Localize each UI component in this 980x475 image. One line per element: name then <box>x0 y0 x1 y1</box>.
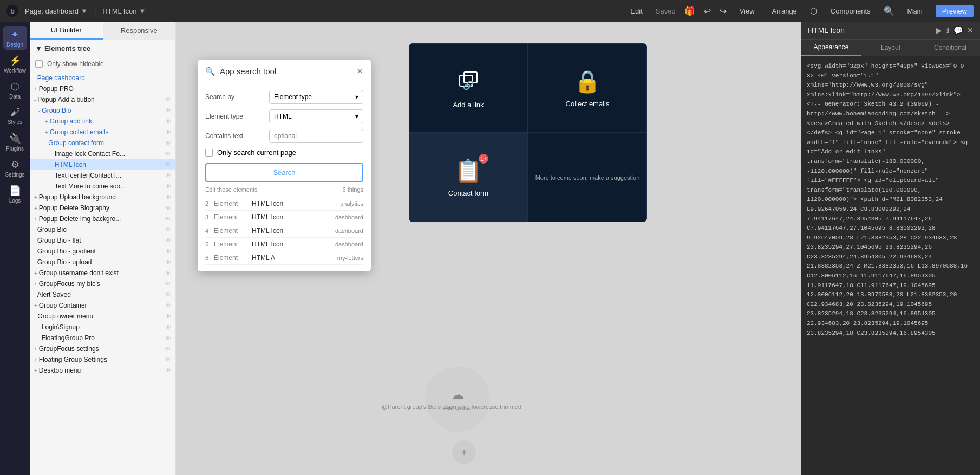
only-hideable-checkbox[interactable] <box>35 60 43 68</box>
eye-icon[interactable]: 👁 <box>165 248 171 255</box>
expand-icon[interactable]: + <box>34 357 37 363</box>
tree-item[interactable]: Page dashboard <box>30 73 175 83</box>
expand-icon[interactable]: - <box>34 97 36 103</box>
tree-item[interactable]: Text More to come soo...👁 <box>30 181 175 192</box>
tree-item[interactable]: Login\Signup👁 <box>30 322 175 333</box>
tree-item[interactable]: -Group contact form👁 <box>30 138 175 148</box>
search-button[interactable]: Search <box>205 163 363 182</box>
eye-icon[interactable]: 👁 <box>165 302 171 309</box>
search-by-select[interactable]: Element type ▾ <box>269 90 363 104</box>
eye-icon[interactable]: 👁 <box>165 161 171 168</box>
sidebar-item-design[interactable]: ✦ Design <box>3 26 27 50</box>
search-icon[interactable]: 🔍 <box>884 6 894 16</box>
tree-item[interactable]: Group Bio - flat👁 <box>30 235 175 246</box>
eye-icon[interactable]: 👁 <box>165 313 171 320</box>
tree-item[interactable]: +Popup Delete img backgro...👁 <box>30 213 175 224</box>
tab-layout[interactable]: Layout <box>861 40 920 56</box>
card-add-link[interactable]: 🔗 Add a link <box>409 43 528 133</box>
card-contact-form[interactable]: 📋 17 Contact form <box>409 133 528 222</box>
tab-conditional[interactable]: Conditional <box>920 40 980 56</box>
expand-icon[interactable]: + <box>34 303 37 309</box>
tree-item[interactable]: Image lock Contact Fo...👁 <box>30 148 175 159</box>
tree-item[interactable]: +Group username don't exist👁 <box>30 268 175 278</box>
tree-item[interactable]: -Group owner menu👁 <box>30 311 175 322</box>
eye-icon[interactable]: 👁 <box>165 346 171 352</box>
eye-icon[interactable]: 👁 <box>165 281 171 287</box>
tree-item[interactable]: +Group collect emails👁 <box>30 127 175 138</box>
search-result-item[interactable]: 6 Element HTML A my-letters <box>205 251 363 265</box>
tree-item[interactable]: +GroupFocus settings👁 <box>30 343 175 354</box>
tree-item[interactable]: +GroupFocus my bio's👁 <box>30 278 175 289</box>
avatar-area[interactable]: ☁ Add avatar <box>425 367 490 432</box>
edit-button[interactable]: Edit <box>626 5 646 17</box>
eye-icon[interactable]: 👁 <box>165 172 171 179</box>
expand-icon[interactable]: + <box>34 205 37 211</box>
tab-ui-builder[interactable]: UI Builder <box>30 22 103 40</box>
tree-item[interactable]: FloatingGroup Pro👁 <box>30 333 175 343</box>
sidebar-item-plugins[interactable]: 🔌 Plugins <box>3 130 27 154</box>
tree-item[interactable]: -Popup Add a button👁 <box>30 94 175 105</box>
search-result-item[interactable]: 4 Element HTML Icon dashboard <box>205 224 363 238</box>
tab-appearance[interactable]: Appearance <box>801 40 861 56</box>
play-icon[interactable]: ▶ <box>936 26 942 35</box>
eye-icon[interactable]: 👁 <box>165 194 171 200</box>
eye-icon[interactable]: 👁 <box>165 151 171 157</box>
tree-item[interactable]: +Popup Delete Biography👁 <box>30 203 175 213</box>
card-collect-emails[interactable]: 🔒 Collect emails <box>528 43 647 133</box>
tree-item[interactable]: +Group Container👁 <box>30 300 175 311</box>
expand-icon[interactable]: + <box>34 194 37 200</box>
expand-icon[interactable]: + <box>34 281 37 287</box>
expand-icon[interactable]: + <box>34 368 37 374</box>
eye-icon[interactable]: 👁 <box>165 237 171 244</box>
tree-item[interactable]: +Popup Upload background👁 <box>30 192 175 203</box>
tree-item[interactable]: Group Bio - upload👁 <box>30 257 175 268</box>
eye-icon[interactable]: 👁 <box>165 270 171 276</box>
eye-icon[interactable]: 👁 <box>165 226 171 233</box>
tree-item[interactable]: +Popup PRO <box>30 83 175 94</box>
eye-icon[interactable]: 👁 <box>165 324 171 330</box>
expand-icon[interactable]: + <box>45 119 48 125</box>
only-current-page-checkbox[interactable] <box>205 149 213 157</box>
eye-icon[interactable]: 👁 <box>165 335 171 341</box>
arrange-button[interactable]: Arrange <box>768 5 801 17</box>
tree-item[interactable]: Text [center]Contact f...👁 <box>30 170 175 181</box>
eye-icon[interactable]: 👁 <box>165 96 171 103</box>
tree-item[interactable]: Alert Saved👁 <box>30 289 175 300</box>
eye-icon[interactable]: 👁 <box>165 291 171 298</box>
element-dropdown-icon[interactable]: ▼ <box>139 7 146 15</box>
tree-item[interactable]: -Group Bio👁 <box>30 105 175 116</box>
search-result-item[interactable]: 5 Element HTML Icon dashboard <box>205 238 363 251</box>
expand-icon[interactable]: - <box>34 314 36 320</box>
tree-item[interactable]: Group Bio - gradient👁 <box>30 246 175 257</box>
sidebar-item-data[interactable]: ⬡ Data <box>3 78 27 102</box>
preview-button[interactable]: Preview <box>936 5 974 17</box>
chat-icon[interactable]: 💬 <box>953 26 963 35</box>
search-result-item[interactable]: 2 Element HTML Icon analytics <box>205 197 363 211</box>
search-dialog-close[interactable]: ✕ <box>356 66 363 76</box>
tab-responsive[interactable]: Responsive <box>103 22 176 40</box>
eye-icon[interactable]: 👁 <box>165 140 171 146</box>
redo-icon[interactable]: ↪ <box>720 6 727 16</box>
eye-icon[interactable]: 👁 <box>165 259 171 265</box>
sidebar-item-logs[interactable]: 📄 Logs <box>3 182 27 206</box>
close-icon[interactable]: ✕ <box>967 26 974 35</box>
sidebar-item-styles[interactable]: 🖌 Styles <box>3 104 27 128</box>
add-button[interactable]: + <box>452 440 476 464</box>
eye-icon[interactable]: 👁 <box>165 205 171 211</box>
search-result-item[interactable]: 3 Element HTML Icon dashboard <box>205 211 363 224</box>
sidebar-item-workflow[interactable]: ⚡ Workflow <box>3 52 27 76</box>
eye-icon[interactable]: 👁 <box>165 129 171 135</box>
expand-icon[interactable]: + <box>34 270 37 276</box>
tree-item[interactable]: Group Bio👁 <box>30 224 175 235</box>
tree-item[interactable]: HTML Icon👁 <box>30 159 175 170</box>
card-more[interactable]: More to come soon, make a suggestion <box>528 133 647 222</box>
eye-icon[interactable]: 👁 <box>165 216 171 222</box>
view-button[interactable]: View <box>735 5 759 17</box>
main-button[interactable]: Main <box>903 5 927 17</box>
eye-icon[interactable]: 👁 <box>165 183 171 190</box>
eye-icon[interactable]: 👁 <box>165 356 171 363</box>
components-button[interactable]: Components <box>826 5 875 17</box>
sidebar-item-settings[interactable]: ⚙ Settings <box>3 156 27 180</box>
expand-icon[interactable]: + <box>45 129 48 135</box>
tree-item[interactable]: +Desktop menu👁 <box>30 365 175 376</box>
